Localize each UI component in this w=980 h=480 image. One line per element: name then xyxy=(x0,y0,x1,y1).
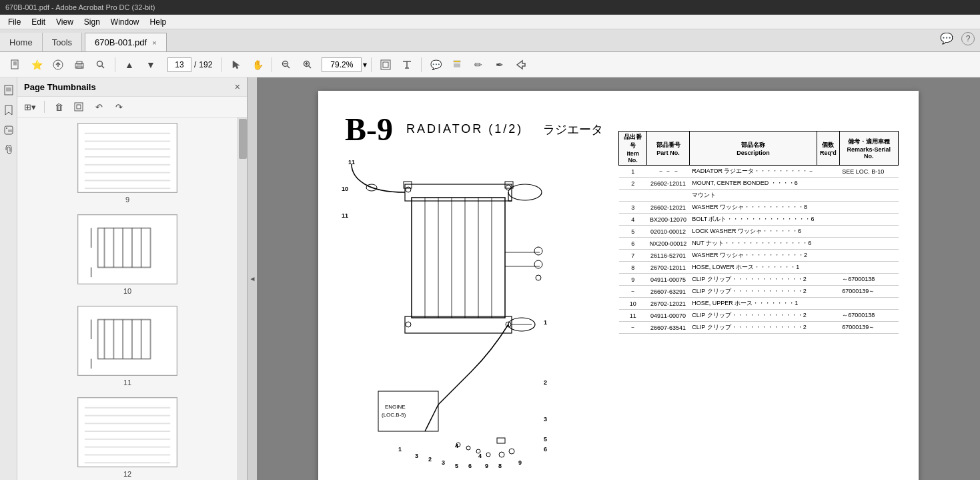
col-desc-header: 部品名称 Description xyxy=(689,132,817,166)
section-number: B-9 xyxy=(345,111,393,148)
cell-desc: LOCK WASHER ワッシャ・・・・・・6 xyxy=(689,226,817,238)
cell-partno: 26607-63291 xyxy=(647,286,690,298)
sign-btn[interactable]: ✒ xyxy=(490,55,510,74)
thumbnail-9[interactable]: 9 xyxy=(23,123,232,204)
svg-rect-39 xyxy=(77,105,81,109)
cell-item: 5 xyxy=(619,226,647,238)
cell-qty xyxy=(817,238,840,250)
zoom-input[interactable] xyxy=(322,57,362,72)
cell-desc: CLIP クリップ・・・・・・・・・・・・2 xyxy=(689,274,817,286)
prev-page-btn[interactable]: ▲ xyxy=(119,55,139,74)
comment-icon[interactable]: 💬 xyxy=(940,32,953,45)
cell-partno: 04911-00070 xyxy=(647,310,690,322)
cell-qty xyxy=(817,322,840,334)
table-row: 10 26702-12021 HOSE, UPPER ホース・・・・・・・1 xyxy=(619,298,899,310)
table-row: － 26607-63291 CLIP クリップ・・・・・・・・・・・・2 670… xyxy=(619,286,899,298)
svg-point-58 xyxy=(406,322,411,327)
menu-edit[interactable]: Edit xyxy=(26,16,51,28)
sidebar-sep-1 xyxy=(44,101,45,113)
table-row: 7 26116-52701 WASHER ワッシャ・・・・・・・・・・2 xyxy=(619,250,899,262)
highlight-btn[interactable] xyxy=(447,55,467,74)
svg-point-57 xyxy=(506,185,511,190)
page-number-input[interactable] xyxy=(167,57,191,72)
cell-remarks xyxy=(839,190,898,202)
table-row: 4 BX200-12070 BOLT ボルト・・・・・・・・・・・・・・6 xyxy=(619,214,899,226)
print-btn[interactable] xyxy=(69,55,89,74)
svg-point-62 xyxy=(536,275,541,280)
tab-home[interactable]: Home xyxy=(0,33,43,51)
svg-text:5: 5 xyxy=(544,436,547,443)
tab-tools[interactable]: Tools xyxy=(43,33,82,51)
comment-btn[interactable]: 💬 xyxy=(426,55,446,74)
hand-tool-btn[interactable]: ✋ xyxy=(248,55,268,74)
svg-rect-23 xyxy=(454,61,460,62)
cell-remarks: 67000139～ xyxy=(839,286,898,298)
svg-marker-10 xyxy=(233,61,239,69)
cell-item: － xyxy=(619,286,647,298)
cell-item xyxy=(619,190,647,202)
menu-view[interactable]: View xyxy=(51,16,79,28)
cursor-tool-btn[interactable] xyxy=(226,55,246,74)
sidebar-redo-btn[interactable]: ↷ xyxy=(110,99,127,114)
page-icon[interactable] xyxy=(1,83,16,97)
table-row: 9 04911-00075 CLIP クリップ・・・・・・・・・・・・2 ～67… xyxy=(619,274,899,286)
sep-1 xyxy=(115,57,115,72)
tags-icon[interactable] xyxy=(1,123,16,138)
thumbnail-10[interactable]: 10 xyxy=(23,214,232,295)
sidebar-view-btn[interactable]: ⊞▾ xyxy=(21,99,39,114)
title-bar-text: 670B-001.pdf - Adobe Acrobat Pro DC (32-… xyxy=(5,3,155,11)
menu-sign[interactable]: Sign xyxy=(79,16,105,28)
type-tool-btn[interactable] xyxy=(397,55,417,74)
zoom-in-btn[interactable] xyxy=(298,55,318,74)
menu-file[interactable]: File xyxy=(3,16,26,28)
cell-partno: NX200-00012 xyxy=(647,238,690,250)
new-doc-btn[interactable] xyxy=(5,55,25,74)
svg-text:9: 9 xyxy=(518,459,522,466)
parts-table: 品出番号 Item No. 部品番号 Part No. 部品名称 Descrip… xyxy=(618,131,899,334)
help-icon[interactable]: ? xyxy=(961,32,975,45)
svg-text:8: 8 xyxy=(498,463,502,469)
sidebar-content[interactable]: 9 10 11 xyxy=(17,117,237,480)
cell-desc: CLIP クリップ・・・・・・・・・・・・2 xyxy=(689,286,817,298)
menu-help[interactable]: Help xyxy=(145,16,172,28)
bookmark-btn[interactable]: ⭐ xyxy=(27,55,47,74)
share-upload-btn[interactable] xyxy=(48,55,68,74)
pdf-content-area[interactable]: B-9 RADIATOR (1/2) ラジエータ xyxy=(257,77,980,480)
menu-bar: File Edit View Sign Window Help xyxy=(0,15,980,29)
table-row: 2 26602-12011 MOUNT, CENTER BONDED ・・・・6 xyxy=(619,178,899,190)
tab-close-btn[interactable]: × xyxy=(152,39,156,47)
cell-remarks xyxy=(839,226,898,238)
thumb-label-10: 10 xyxy=(123,287,131,295)
menu-window[interactable]: Window xyxy=(105,16,145,28)
bookmark-strip-icon[interactable] xyxy=(1,103,16,117)
next-page-btn[interactable]: ▼ xyxy=(141,55,161,74)
col-partno-header: 部品番号 Part No. xyxy=(647,132,690,166)
zoom-dropdown-icon[interactable]: ▾ xyxy=(363,60,367,69)
zoom-out-btn[interactable] xyxy=(276,55,296,74)
svg-point-84 xyxy=(466,446,470,450)
sidebar-undo-btn[interactable]: ↶ xyxy=(90,99,107,114)
cell-partno: 26607-63541 xyxy=(647,322,690,334)
cell-partno: 26602-12021 xyxy=(647,202,690,214)
find-btn[interactable] xyxy=(91,55,111,74)
sidebar-collapse-btn[interactable]: ◄ xyxy=(248,77,257,480)
sidebar-delete-btn[interactable]: 🗑 xyxy=(50,99,67,114)
sidebar-close-btn[interactable]: × xyxy=(235,81,240,92)
thumbnail-12[interactable]: 12 xyxy=(23,397,232,478)
attachment-icon[interactable] xyxy=(1,143,16,158)
table-row: 3 26602-12021 WASHER ワッシャ・・・・・・・・・・8 xyxy=(619,202,899,214)
cell-desc: MOUNT, CENTER BONDED ・・・・6 xyxy=(689,178,817,190)
share-btn[interactable] xyxy=(511,55,531,74)
fit-page-btn[interactable] xyxy=(376,55,396,74)
draw-btn[interactable]: ✏ xyxy=(468,55,488,74)
thumbnail-11[interactable]: 11 xyxy=(23,306,232,387)
cell-desc: WASHER ワッシャ・・・・・・・・・・2 xyxy=(689,250,817,262)
sidebar-scrollbar[interactable] xyxy=(237,117,247,480)
scroll-thumb[interactable] xyxy=(239,119,247,159)
table-row: 5 02010-00012 LOCK WASHER ワッシャ・・・・・・6 xyxy=(619,226,899,238)
svg-text:9: 9 xyxy=(485,463,488,469)
tab-document[interactable]: 670B-001.pdf × xyxy=(85,33,167,51)
sidebar-extract-btn[interactable] xyxy=(70,99,87,114)
col-item-header: 品出番号 Item No. xyxy=(619,132,647,166)
page-sep: / xyxy=(194,60,196,69)
